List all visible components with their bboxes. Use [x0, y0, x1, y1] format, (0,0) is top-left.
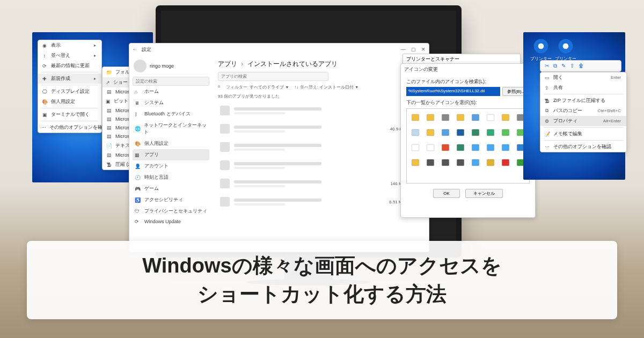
copy-icon[interactable]: ⧉: [553, 63, 557, 69]
svg-rect-1: [427, 114, 434, 121]
sidebar-item-personalize-icon[interactable]: 🎨個人用設定: [133, 138, 209, 149]
max-icon[interactable]: ▢: [411, 47, 416, 52]
icon-cell[interactable]: [469, 126, 482, 139]
app-search[interactable]: [218, 72, 328, 81]
icon-path-input[interactable]: %SystemRoot%\System32\SHELL32.dll: [406, 87, 500, 96]
icon-cell[interactable]: [499, 126, 513, 139]
icon-cell[interactable]: [469, 156, 482, 170]
back-icon[interactable]: ←: [133, 47, 137, 52]
icon-cell[interactable]: [438, 111, 452, 124]
privacy-icon: 🛡: [135, 209, 141, 214]
menu-item-最新の情報に更新[interactable]: ⟳最新の情報に更新: [38, 61, 101, 71]
sidebar-item-game-icon[interactable]: 🎮ゲーム: [133, 183, 209, 194]
sidebar-item-bt-icon[interactable]: ᛒBluetooth とデバイス: [133, 108, 209, 120]
filter-drive[interactable]: すべてのドライブ: [250, 85, 284, 90]
menu-item-その他のオプションを[interactable]: ⋯その他のオプションを確認: [540, 142, 626, 152]
personalize-icon: 🎨: [41, 99, 48, 105]
app-row[interactable]: 146 MB⋯: [218, 174, 419, 193]
icon-cell[interactable]: [408, 126, 422, 139]
icon-cell[interactable]: [499, 156, 513, 170]
min-icon[interactable]: —: [401, 47, 406, 52]
menu-item-パスのコピー[interactable]: ⧉パスのコピーCtrl+Shift+C: [540, 106, 626, 116]
cut-icon[interactable]: ✂: [545, 63, 549, 69]
icon-cell[interactable]: [438, 156, 452, 170]
app-icon: ▤: [106, 89, 112, 94]
sidebar-item-privacy-icon[interactable]: 🛡プライバシーとセキュリティ: [133, 205, 209, 217]
icon-cell[interactable]: [408, 141, 422, 155]
icon-cell[interactable]: [453, 126, 467, 139]
open-icon: ▭: [544, 75, 550, 80]
icon-cell[interactable]: [453, 141, 467, 155]
desktop-context-menu: ◉表示▸↕並べ替え▸⟳最新の情報に更新✚新規作成▸🖵ディスプレイ設定🎨個人用設定…: [38, 40, 102, 133]
cancel-button[interactable]: キャンセル: [465, 189, 503, 198]
icon-cell[interactable]: [423, 126, 437, 139]
menu-item-プロパティ[interactable]: ⚙プロパティAlt+Enter: [540, 116, 626, 126]
sidebar-item-net-icon[interactable]: 🌐ネットワークとインターネット: [133, 120, 209, 138]
app-row[interactable]: 40.9 KB⋯: [218, 120, 419, 138]
sidebar-item-update-icon[interactable]: ⟳Windows Update: [133, 217, 209, 226]
sidebar-item-home-icon[interactable]: ⌂ホーム: [133, 86, 209, 97]
icon-cell[interactable]: [499, 141, 513, 155]
menu-item-メモ帳で編集[interactable]: 📝メモ帳で編集: [540, 129, 626, 139]
share-icon[interactable]: ⇪: [570, 63, 574, 69]
icon-cell[interactable]: [484, 126, 497, 139]
bc-root[interactable]: アプリ: [218, 60, 237, 68]
icon-cell[interactable]: [423, 141, 437, 155]
svg-rect-8: [412, 129, 419, 136]
menu-item-ターミナルで開く[interactable]: ▣ターミナルで開く: [38, 109, 101, 120]
sidebar-item-time-icon[interactable]: 🕘時刻と言語: [133, 172, 209, 183]
home-icon: ⌂: [135, 89, 141, 94]
menu-item-ZIP ファイルに圧[interactable]: 🗜ZIP ファイルに圧縮する: [540, 95, 626, 106]
menu-item-個人用設定[interactable]: 🎨個人用設定: [38, 97, 101, 107]
sort-value[interactable]: インストール日付: [319, 85, 354, 90]
share-icon: ⇪: [544, 85, 550, 91]
terminal-icon: ▣: [41, 112, 48, 117]
menu-item-新規作成[interactable]: ✚新規作成▸: [38, 74, 101, 84]
ok-button[interactable]: OK: [433, 189, 460, 198]
sidebar-item-apps-icon[interactable]: ▦アプリ: [133, 149, 209, 160]
settings-search[interactable]: [133, 77, 209, 86]
menu-item-表示[interactable]: ◉表示▸: [38, 40, 101, 50]
close-icon[interactable]: ✕: [421, 47, 426, 52]
app-row[interactable]: ⋯: [218, 101, 419, 120]
icon-cell[interactable]: [423, 111, 437, 124]
icon-cell[interactable]: [484, 111, 497, 124]
desktop-shortcut-2[interactable]: プリンター: [555, 38, 576, 62]
filter-icon[interactable]: ≡: [218, 84, 221, 90]
delete-icon[interactable]: 🗑: [579, 63, 584, 69]
desktop-shortcut-1[interactable]: プリンター: [530, 38, 552, 62]
menu-item-開く[interactable]: ▭開くEnter: [540, 72, 626, 83]
icon-cell[interactable]: [484, 156, 497, 170]
icon-cell[interactable]: [408, 111, 422, 124]
icon-cell[interactable]: [469, 141, 482, 155]
rename-icon[interactable]: ✎: [561, 63, 566, 69]
menu-item-共有[interactable]: ⇪共有: [540, 83, 626, 93]
icon-cell[interactable]: [484, 141, 497, 155]
net-icon: 🌐: [135, 126, 141, 131]
icon-cell[interactable]: [453, 156, 467, 170]
icon-cell[interactable]: [408, 156, 422, 170]
chevron-right-icon: ▸: [94, 76, 96, 81]
new-icon: ✚: [41, 76, 48, 82]
svg-rect-4: [472, 114, 479, 121]
menu-item-ディスプレイ設定[interactable]: 🖵ディスプレイ設定: [38, 86, 101, 97]
icon-cell[interactable]: [423, 156, 437, 170]
apps-icon: ▦: [135, 152, 141, 158]
icon-cell[interactable]: [453, 111, 467, 124]
menu-item-その他のオプションを[interactable]: ⋯その他のオプションを確認: [38, 122, 101, 133]
bc-leaf: インストールされているアプリ: [247, 60, 338, 68]
app-row[interactable]: ⋯: [218, 138, 419, 156]
icon-cell[interactable]: [469, 111, 482, 124]
sidebar-item-a11y-icon[interactable]: ♿アクセシビリティ: [133, 194, 209, 205]
sidebar-item-account-icon[interactable]: 👤アカウント: [133, 160, 209, 172]
icon-cell[interactable]: [438, 141, 452, 155]
icon-cell[interactable]: [499, 111, 513, 124]
menu-item-並べ替え[interactable]: ↕並べ替え▸: [38, 50, 101, 61]
app-row[interactable]: 6.51 MB⋯: [218, 193, 419, 211]
app-row[interactable]: ⋯: [218, 156, 419, 174]
app-icon: ▤: [106, 125, 112, 130]
icon-cell[interactable]: [438, 126, 452, 139]
user-block[interactable]: ringo moge: [133, 57, 209, 77]
sidebar-item-system-icon[interactable]: 🖥システム: [133, 97, 209, 108]
icon-grid[interactable]: [406, 108, 530, 183]
